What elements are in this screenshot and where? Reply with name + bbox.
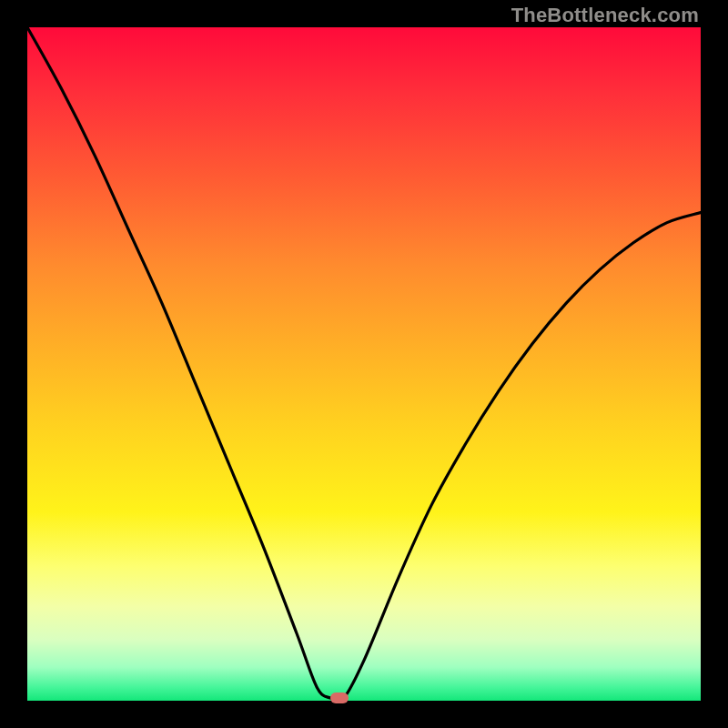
chart-frame: TheBottleneck.com: [0, 0, 728, 728]
optimal-point-marker: [330, 693, 349, 703]
bottleneck-curve: [27, 27, 701, 701]
watermark-text: TheBottleneck.com: [511, 4, 699, 27]
